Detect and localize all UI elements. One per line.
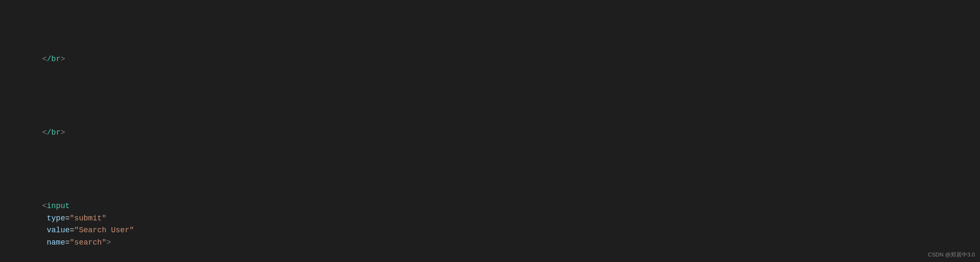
- line-br1: </br>: [24, 41, 972, 77]
- line-br2: </br>: [24, 114, 972, 151]
- watermark-text: CSDN @郑居中3.0: [928, 251, 975, 259]
- line-input: <input type="submit" value="Search User"…: [24, 188, 972, 261]
- code-display: </br> </br> <input type="submit" value="…: [8, 4, 972, 262]
